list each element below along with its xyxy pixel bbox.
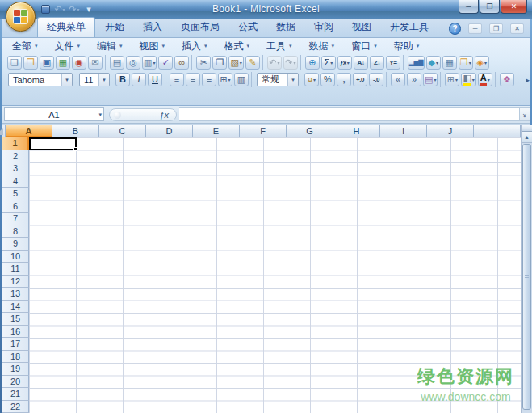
ribbon-tab-视图[interactable]: 视图 [343,18,380,37]
row-header-19[interactable]: 19 [2,363,29,376]
ribbon-tab-页面布局[interactable]: 页面布局 [172,18,228,37]
print-preview-button[interactable]: ◎ [126,56,140,70]
font-name-combo[interactable]: Tahoma▾ [8,73,73,86]
align-right-button[interactable]: ≡ [202,73,216,86]
number-format-combo[interactable]: 常规▾ [257,73,299,86]
help-button[interactable]: ? [449,23,461,35]
column-header-partial[interactable] [474,125,521,137]
formula-input[interactable] [179,107,519,121]
row-header-5[interactable]: 5 [2,188,29,200]
new-document-button[interactable]: ❏ [7,56,22,70]
cell-styles-button[interactable]: ❖ [500,73,514,86]
increase-decimal-button[interactable]: +.0 [353,73,367,86]
row-header-21[interactable]: 21 [2,388,29,401]
workbook-restore-button[interactable]: ❐ [489,23,503,34]
italic-button[interactable]: I [132,73,146,86]
menu-工具[interactable]: 工具▾ [260,38,299,55]
ribbon-tab-经典菜单[interactable]: 经典菜单 [37,17,95,37]
row-header-22[interactable]: 22 [2,401,29,413]
active-cell-a1[interactable] [29,137,77,150]
scroll-up-button[interactable]: ▲ [522,132,532,143]
email-button[interactable]: ✉ [88,56,103,70]
borders-button[interactable]: ⊞▾ [445,73,459,86]
bold-button[interactable]: B [115,73,130,86]
row-header-1[interactable]: 1 [2,137,29,150]
autofilter-button[interactable]: Y= [386,56,400,70]
row-header-12[interactable]: 12 [2,276,29,289]
merge-center-button[interactable]: ⊞▾ [218,73,232,86]
hyperlink-button[interactable]: ⊕ [305,56,320,70]
ribbon-tab-开发工具[interactable]: 开发工具 [381,18,438,37]
row-header-17[interactable]: 17 [2,338,29,351]
row-header-14[interactable]: 14 [2,301,29,314]
column-header-A[interactable]: A [6,125,52,137]
column-header-C[interactable]: C [99,125,146,137]
copy-button[interactable]: ❐ [212,56,227,70]
spelling-button[interactable]: ✓ [158,56,173,70]
maximize-button[interactable]: ❐ [480,0,500,14]
chevron-down-icon[interactable]: ▾ [98,74,109,86]
row-header-2[interactable]: 2 [2,150,29,163]
conditional-formatting-button[interactable]: ▤▾ [423,73,438,86]
decrease-decimal-button[interactable]: -.0 [369,73,383,86]
row-header-4[interactable]: 4 [2,175,29,188]
decrease-indent-button[interactable]: « [391,73,405,86]
column-header-D[interactable]: D [146,125,193,137]
undo-button[interactable]: ↶▾ [267,56,282,70]
row-header-16[interactable]: 16 [2,326,29,339]
ribbon-tab-公式[interactable]: 公式 [229,18,266,37]
name-box[interactable]: A1 ▾ [4,107,104,121]
menu-文件[interactable]: 文件▾ [48,38,87,55]
print-area-button[interactable]: ▥▾ [142,56,157,70]
open-button[interactable]: ❒ [23,56,38,70]
increase-indent-button[interactable]: » [407,73,421,86]
research-button[interactable]: ∞ [174,56,189,70]
row-header-20[interactable]: 20 [2,376,29,389]
help-diamond-button[interactable]: ◈▾ [475,56,489,70]
close-button[interactable]: ✕ [501,0,527,14]
align-center-button[interactable]: ≡ [186,73,200,86]
ribbon-tab-审阅[interactable]: 审阅 [305,18,342,37]
workbook-close-button[interactable]: ✕ [510,23,524,34]
menu-窗口[interactable]: 窗口▾ [345,38,383,55]
column-header-H[interactable]: H [333,125,380,137]
column-header-B[interactable]: B [52,125,99,137]
autosum-button[interactable]: Σ▾ [321,56,336,70]
ribbon-tab-插入[interactable]: 插入 [134,18,171,37]
merge-cells-button[interactable]: ▥ [234,73,249,86]
print-button[interactable]: ▤ [110,56,124,70]
row-header-6[interactable]: 6 [2,200,29,213]
expand-formula-bar-button[interactable]: » [519,107,530,121]
sort-descending-button[interactable]: Z↓ [370,56,384,70]
select-all-button[interactable] [2,125,6,137]
save-button[interactable]: ▣ [40,56,54,70]
scrollbar-thumb[interactable] [522,144,531,410]
column-header-F[interactable]: F [240,125,287,137]
row-header-3[interactable]: 3 [2,162,29,175]
currency-style-button[interactable]: ¤▾ [304,73,319,86]
menu-数据[interactable]: 数据▾ [303,38,341,55]
redo-button[interactable]: ↷▾ [283,56,298,70]
row-header-13[interactable]: 13 [2,288,29,301]
table-button[interactable]: ▦ [442,56,457,70]
chart-wizard-button[interactable]: ▂▅▇ [408,56,425,70]
vertical-scrollbar[interactable]: ▲ [521,125,532,413]
sort-ascending-button[interactable]: A↓ [354,56,368,70]
font-size-combo[interactable]: 11▾ [79,73,110,86]
align-left-button[interactable]: ≡ [170,73,184,86]
folder-button[interactable]: ❒▾ [459,56,473,70]
permission-button[interactable]: ◉ [72,56,86,70]
minimize-button[interactable]: ─ [459,0,479,14]
ribbon-tab-数据[interactable]: 数据 [267,18,304,37]
ribbon-tab-开始[interactable]: 开始 [96,18,133,37]
row-header-8[interactable]: 8 [2,225,29,238]
toolbar-overflow-button[interactable]: ▸ [526,76,530,84]
row-header-11[interactable]: 11 [2,263,29,276]
fill-color-button[interactable]: ◧▾ [461,73,475,86]
column-header-E[interactable]: E [193,125,240,137]
underline-button[interactable]: U [148,73,162,86]
row-header-7[interactable]: 7 [2,213,29,225]
format-painter-button[interactable]: ✎ [245,56,260,70]
percent-style-button[interactable]: % [320,73,335,86]
drawing-button[interactable]: ◆▾ [426,56,441,70]
